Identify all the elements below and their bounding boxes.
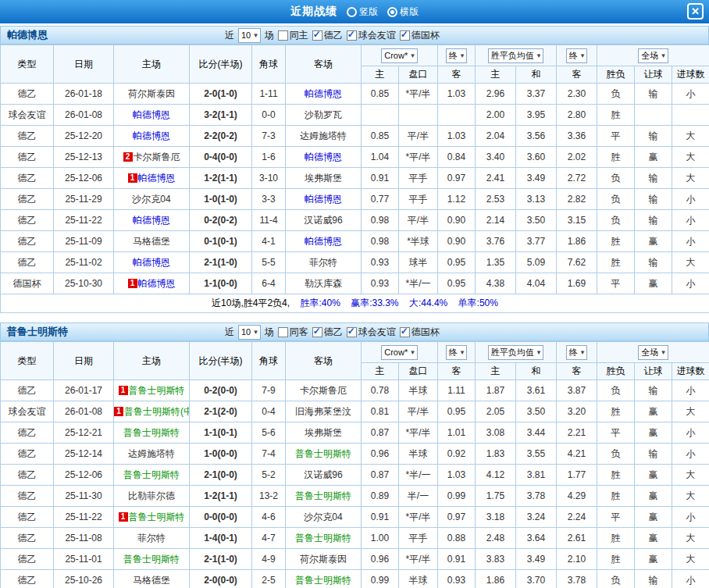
- home-team-name[interactable]: 普鲁士明斯特: [123, 469, 180, 480]
- avg-time-select[interactable]: 终: [566, 345, 588, 360]
- avg-type-select[interactable]: 胜平负均值: [488, 345, 544, 360]
- home-team-name[interactable]: 帕德博恩: [133, 130, 170, 141]
- match-type: 德乙: [1, 210, 54, 231]
- layout-radio-vertical[interactable]: 竖版: [347, 5, 378, 19]
- odds-away: 0.93: [438, 570, 476, 588]
- home-team-name[interactable]: 帕德博恩: [133, 109, 170, 120]
- away-team-name[interactable]: 汉诺威96: [304, 469, 342, 480]
- home-team-name[interactable]: 沙尔克04: [132, 194, 170, 205]
- goals-result-cell: 大: [672, 126, 709, 147]
- odds-time-select[interactable]: 终: [446, 48, 468, 63]
- odds-home: 0.93: [362, 273, 399, 294]
- odds-time-select[interactable]: 终: [446, 345, 468, 360]
- away-team-name[interactable]: 汉诺威96: [304, 215, 342, 226]
- result-cell: 胜: [597, 486, 635, 507]
- avg-home: 3.18: [476, 507, 516, 528]
- result-cell: 平: [597, 273, 635, 294]
- home-team-name[interactable]: 普鲁士明斯特: [129, 511, 185, 522]
- bookmaker-select[interactable]: Crow*: [381, 345, 417, 360]
- league-checkbox-bundesliga2[interactable]: 德乙: [312, 29, 343, 42]
- bookmaker-select[interactable]: Crow*: [381, 48, 417, 63]
- scope-select[interactable]: 全场: [638, 48, 668, 63]
- home-team-cell: 1普鲁士明斯特(中): [114, 401, 190, 422]
- avg-away: 3.15: [557, 210, 597, 231]
- home-team-name[interactable]: 帕德博恩: [138, 173, 176, 184]
- odds-home: 1.00: [362, 528, 399, 549]
- away-team-name[interactable]: 勒沃库森: [305, 278, 342, 289]
- home-team-cell: 2卡尔斯鲁厄: [114, 147, 190, 168]
- away-team-name[interactable]: 菲尔特: [309, 257, 337, 268]
- away-team-name[interactable]: 帕德博恩: [305, 88, 342, 99]
- same-venue-checkbox[interactable]: 同主: [278, 29, 308, 42]
- score-cell: 0-2(0-0): [190, 380, 252, 401]
- score-cell: 2-1(1-0): [190, 252, 252, 273]
- avg-away: 4.21: [557, 444, 597, 465]
- league-checkbox-cup[interactable]: 德国杯: [400, 326, 440, 339]
- home-team-name[interactable]: 达姆施塔特: [128, 448, 175, 459]
- matches-count-select[interactable]: 10: [238, 28, 261, 43]
- match-date: 25-12-20: [54, 126, 114, 147]
- away-team-name[interactable]: 普鲁士明斯特: [295, 575, 351, 586]
- avg-time-select[interactable]: 终: [566, 48, 588, 63]
- match-date: 25-11-08: [54, 528, 114, 549]
- away-team-name[interactable]: 旧海弗莱堡汶: [295, 406, 351, 417]
- league-checkbox-bundesliga2[interactable]: 德乙: [312, 326, 343, 339]
- corners-cell: 3-3: [252, 189, 286, 210]
- home-team-name[interactable]: 普鲁士明斯特(中): [124, 406, 190, 417]
- same-venue-checkbox[interactable]: 同客: [278, 326, 308, 339]
- home-team-name[interactable]: 荷尔斯泰因: [128, 88, 175, 99]
- away-team-name[interactable]: 沙尔克04: [304, 511, 342, 522]
- match-date: 26-01-17: [54, 380, 114, 401]
- odds-home: 0.91: [362, 507, 399, 528]
- away-team-name[interactable]: 帕德博恩: [305, 194, 342, 205]
- result-cell: 负: [597, 84, 635, 105]
- close-button[interactable]: ✕: [687, 3, 704, 20]
- result-cell: 负: [597, 570, 635, 588]
- away-team-cell: 勒沃库森: [286, 273, 362, 294]
- result-cell: 平: [597, 422, 635, 444]
- home-team-name[interactable]: 帕德博恩: [133, 257, 170, 268]
- home-team-name[interactable]: 卡尔斯鲁厄: [134, 151, 180, 162]
- odds-home: 0.78: [362, 380, 399, 401]
- score-cell: 1-0(0-0): [190, 444, 252, 465]
- home-team-name[interactable]: 菲尔特: [137, 533, 166, 543]
- near-label: 近: [225, 29, 234, 42]
- away-team-name[interactable]: 荷尔斯泰因: [300, 554, 347, 565]
- home-team-name[interactable]: 马格德堡: [133, 575, 170, 586]
- away-team-name[interactable]: 沙勒罗瓦: [305, 109, 342, 120]
- match-type: 德乙: [1, 84, 54, 105]
- odds-away: 0.95: [438, 401, 476, 422]
- away-team-name[interactable]: 普鲁士明斯特: [295, 490, 351, 501]
- league-checkbox-friendly[interactable]: 球会友谊: [347, 326, 396, 339]
- home-team-name[interactable]: 帕德博恩: [138, 278, 176, 289]
- table-row: 德乙 25-11-01 普鲁士明斯特 2-1(1-0) 4-9 荷尔斯泰因 0.…: [1, 549, 709, 570]
- away-team-name[interactable]: 普鲁士明斯特: [295, 448, 351, 459]
- home-team-name[interactable]: 比勒菲尔德: [128, 490, 175, 501]
- away-team-name[interactable]: 帕德博恩: [305, 151, 342, 162]
- matches-count-select[interactable]: 10: [238, 325, 261, 340]
- away-team-name[interactable]: 普鲁士明斯特: [295, 533, 351, 543]
- result-cell: 平: [597, 126, 635, 147]
- home-team-name[interactable]: 普鲁士明斯特: [123, 427, 180, 438]
- home-team-name[interactable]: 帕德博恩: [133, 215, 170, 226]
- avg-draw: 3.77: [516, 231, 557, 252]
- handicap-result-cell: 输: [635, 444, 672, 465]
- away-team-name[interactable]: 达姆施塔特: [300, 130, 347, 141]
- away-team-name[interactable]: 埃弗斯堡: [305, 427, 342, 438]
- scope-select[interactable]: 全场: [638, 345, 668, 360]
- league-checkbox-cup[interactable]: 德国杯: [400, 29, 440, 42]
- table-row: 德乙 25-12-21 普鲁士明斯特 1-1(0-1) 5-6 埃弗斯堡 0.8…: [1, 422, 709, 444]
- home-team-name[interactable]: 马格德堡: [133, 236, 170, 247]
- layout-radio-horizontal[interactable]: 横版: [387, 5, 419, 19]
- away-team-name[interactable]: 埃弗斯堡: [305, 173, 342, 184]
- away-team-name[interactable]: 帕德博恩: [305, 236, 342, 247]
- handicap-result-cell: 输: [635, 126, 672, 147]
- home-team-name[interactable]: 普鲁士明斯特: [129, 385, 185, 396]
- avg-type-select[interactable]: 胜平负均值: [488, 48, 544, 63]
- away-team-name[interactable]: 卡尔斯鲁厄: [300, 385, 347, 396]
- checkbox-icon: [278, 327, 288, 337]
- red-card-badge: 2: [123, 152, 133, 162]
- league-checkbox-friendly[interactable]: 球会友谊: [347, 29, 396, 42]
- away-team-cell: 沙尔克04: [286, 507, 362, 528]
- home-team-name[interactable]: 普鲁士明斯特: [123, 554, 180, 565]
